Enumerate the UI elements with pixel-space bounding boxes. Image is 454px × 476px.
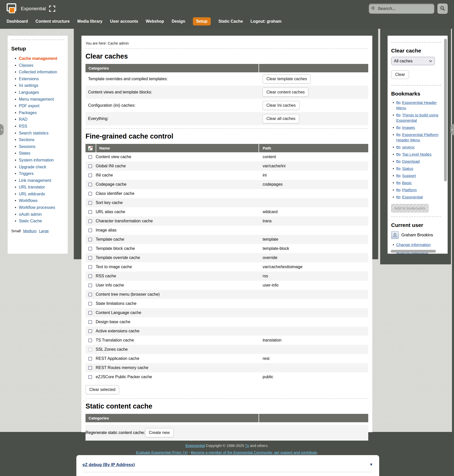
clear-template-caches-button[interactable]: Clear template caches bbox=[263, 74, 311, 84]
create-new-button[interactable]: Create new bbox=[145, 428, 174, 437]
horizontal-scrollbar-thumb[interactable] bbox=[391, 250, 436, 253]
bookmark-link-sevenx[interactable]: sevenx bbox=[402, 145, 415, 149]
toggle-selection-icon[interactable] bbox=[86, 144, 96, 152]
row-checkbox[interactable] bbox=[88, 247, 92, 251]
nav-item-content-structure[interactable]: Content structure bbox=[36, 17, 70, 25]
nav-item-logout-graham[interactable]: Logout: graham bbox=[250, 17, 281, 25]
sidebar-item-system-information[interactable]: System information bbox=[19, 157, 64, 164]
row-checkbox[interactable] bbox=[88, 265, 92, 269]
add-to-bookmarks-button: Add to bookmarks bbox=[391, 204, 429, 212]
row-checkbox[interactable] bbox=[88, 210, 92, 214]
bookmark-link-top-level-nodes[interactable]: Top Level Nodes bbox=[402, 152, 431, 156]
sidebar-item-extensions[interactable]: Extensions bbox=[19, 76, 64, 83]
clear-content-caches-button[interactable]: Clear content caches bbox=[263, 88, 308, 97]
bookmark-link-exponential-platform-header-menu[interactable]: Exponential Platform Header Menu bbox=[396, 132, 438, 142]
nav-item-media-library[interactable]: Media library bbox=[77, 17, 103, 25]
row-checkbox[interactable] bbox=[88, 228, 92, 232]
row-checkbox[interactable] bbox=[88, 320, 92, 324]
table-row: INI cacheini bbox=[86, 171, 368, 180]
row-checkbox[interactable] bbox=[88, 183, 92, 186]
row-checkbox[interactable] bbox=[88, 357, 92, 361]
collapse-left-handle[interactable]: › bbox=[0, 124, 4, 135]
cache-type-select[interactable]: All caches bbox=[391, 57, 435, 65]
search-input[interactable] bbox=[369, 4, 434, 14]
fullscreen-icon[interactable] bbox=[49, 6, 55, 12]
sidebar-item-ini-settings[interactable]: Ini settings bbox=[19, 82, 64, 89]
sidebar-item-link-management[interactable]: Link management bbox=[19, 177, 64, 184]
bookmark-link-basic[interactable]: Basic bbox=[402, 181, 412, 185]
sidebar-item-triggers[interactable]: Triggers bbox=[19, 170, 64, 177]
sidebar-item-packages[interactable]: Packages bbox=[19, 110, 64, 116]
row-checkbox[interactable] bbox=[88, 293, 92, 296]
sidebar-item-pdf-export[interactable]: PDF export bbox=[19, 103, 64, 110]
row-checkbox[interactable] bbox=[88, 329, 92, 333]
sidebar-item-upgrade-check[interactable]: Upgrade check bbox=[19, 164, 64, 171]
bookmark-item: Platform bbox=[396, 187, 441, 193]
debug-collapse-toggle[interactable]: ▼ bbox=[369, 462, 373, 467]
sidebar-item-sections[interactable]: Sections bbox=[19, 137, 64, 143]
clear-ini-caches-button[interactable]: Clear Ini caches bbox=[263, 101, 300, 110]
footer-link[interactable]: Evaluate Exponential (From 7x) bbox=[136, 451, 188, 455]
nav-item-setup[interactable]: Setup bbox=[193, 17, 211, 25]
nav-item-webshop[interactable]: Webshop bbox=[146, 17, 164, 25]
sidebar-item-rss[interactable]: RSS bbox=[19, 123, 64, 130]
vertical-scrollbar-thumb[interactable] bbox=[444, 39, 447, 181]
bookmark-link-download[interactable]: Download bbox=[402, 159, 420, 164]
row-checkbox[interactable] bbox=[88, 155, 92, 159]
clear-selected-button[interactable]: Clear selected bbox=[86, 385, 119, 394]
bookmark-link-support[interactable]: Support bbox=[402, 173, 416, 178]
sidebar-item-rad[interactable]: RAD bbox=[19, 116, 64, 123]
nav-item-static-cache[interactable]: Static Cache bbox=[218, 17, 243, 25]
row-checkbox[interactable] bbox=[88, 238, 92, 241]
row-checkbox[interactable] bbox=[88, 256, 92, 260]
sidebar-item-states[interactable]: States bbox=[19, 150, 64, 157]
sidebar-item-oauth-admin[interactable]: oAuth admin bbox=[19, 211, 64, 218]
sidebar-item-sessions[interactable]: Sessions bbox=[19, 143, 64, 150]
row-checkbox[interactable] bbox=[88, 192, 92, 196]
row-checkbox[interactable] bbox=[88, 201, 92, 205]
row-checkbox[interactable] bbox=[88, 366, 92, 370]
sidebar-item-search-statistics[interactable]: Search statistics bbox=[19, 130, 64, 137]
sidebar-item-cache-management[interactable]: Cache management bbox=[19, 55, 64, 62]
sidebar-item-menu-management[interactable]: Menu management bbox=[19, 96, 64, 103]
row-checkbox[interactable] bbox=[88, 164, 92, 168]
row-checkbox[interactable] bbox=[88, 283, 92, 287]
sidebar-item-workflows[interactable]: Workflows bbox=[19, 197, 64, 204]
bookmark-link-images[interactable]: Images bbox=[402, 125, 415, 130]
sidebar-item-url-wildcards[interactable]: URL wildcards bbox=[19, 191, 64, 198]
change-information-link[interactable]: Change information bbox=[396, 242, 431, 247]
footer-link[interactable]: Become a member of the Exponential Commu… bbox=[191, 451, 317, 455]
collapse-right-handle[interactable]: ‹ bbox=[450, 124, 454, 135]
row-checkbox[interactable] bbox=[88, 375, 92, 379]
bookmark-link-things-to-build-using-exponential[interactable]: Things to build using Exponential bbox=[396, 113, 438, 123]
bookmark-link-exponential-header-menu[interactable]: Exponential Header Menu bbox=[396, 100, 437, 110]
clear-caches-header: Categories bbox=[86, 64, 259, 72]
footer-link[interactable]: 7x bbox=[245, 444, 249, 448]
brand-logo[interactable] bbox=[7, 3, 18, 14]
row-checkbox[interactable] bbox=[88, 173, 92, 177]
sidebar-item-classes[interactable]: Classes bbox=[19, 62, 64, 69]
row-checkbox[interactable] bbox=[88, 219, 92, 223]
sidebar-item-url-translator[interactable]: URL translator bbox=[19, 184, 64, 191]
sidebar-item-static-cache[interactable]: Static Cache bbox=[19, 218, 64, 225]
bookmark-link-status[interactable]: Status bbox=[402, 166, 413, 171]
nav-item-dashboard[interactable]: Dashboard bbox=[7, 17, 28, 25]
debug-title-link[interactable]: eZ debug (By IP Address) bbox=[82, 462, 135, 467]
nav-item-design[interactable]: Design bbox=[172, 17, 185, 25]
size-link-medium[interactable]: Medium bbox=[23, 229, 37, 233]
bookmark-link-platform[interactable]: Platform bbox=[402, 188, 417, 192]
footer-link[interactable]: Exponential bbox=[186, 444, 205, 448]
nav-item-user-accounts[interactable]: User accounts bbox=[110, 17, 138, 25]
size-link-large[interactable]: Large bbox=[39, 229, 49, 233]
row-checkbox[interactable] bbox=[88, 311, 92, 315]
row-checkbox[interactable] bbox=[88, 302, 92, 306]
clear-cache-button[interactable]: Clear bbox=[391, 70, 409, 79]
clear-all-caches-button[interactable]: Clear all caches bbox=[263, 114, 299, 123]
search-button[interactable] bbox=[437, 4, 448, 14]
sidebar-item-workflow-processes[interactable]: Workflow processes bbox=[19, 204, 64, 211]
sidebar-item-languages[interactable]: Languages bbox=[19, 89, 64, 96]
sidebar-item-collected-information[interactable]: Collected information bbox=[19, 69, 64, 76]
bookmark-link-exponential[interactable]: Exponential bbox=[402, 195, 423, 199]
row-checkbox[interactable] bbox=[88, 274, 92, 278]
row-checkbox[interactable] bbox=[88, 338, 92, 342]
